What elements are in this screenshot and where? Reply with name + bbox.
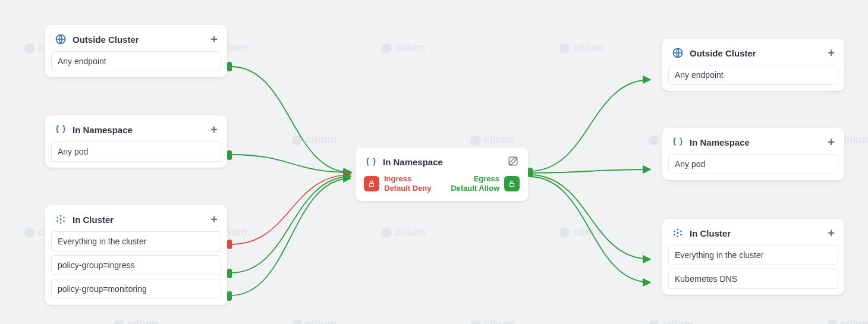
add-button[interactable]: + <box>828 227 835 239</box>
unlock-icon <box>504 176 520 191</box>
card-title: Outside Cluster <box>690 48 822 58</box>
diagram-canvas: ciliumciliumciliumciliumciliumciliumcili… <box>0 0 868 324</box>
list-item[interactable]: Everything in the cluster <box>668 245 838 265</box>
svg-point-18 <box>680 234 682 236</box>
card-left-in-namespace: In Namespace + Any pod <box>45 115 227 168</box>
egress-badge: Egress Default Allow <box>451 174 520 194</box>
add-button[interactable]: + <box>210 33 218 45</box>
svg-point-13 <box>677 229 679 231</box>
card-center-in-namespace: In Namespace Ingress Default Deny <box>356 147 528 201</box>
cluster-icon <box>55 213 67 225</box>
list-item[interactable]: Any pod <box>51 141 221 162</box>
svg-point-14 <box>677 236 679 238</box>
ingress-label: Ingress <box>384 174 431 184</box>
connector-nub <box>227 150 232 160</box>
card-left-in-cluster: In Cluster + Everything in the cluster p… <box>45 205 227 305</box>
svg-point-15 <box>674 231 675 232</box>
svg-rect-10 <box>510 184 514 187</box>
list-item[interactable]: Everything in the cluster <box>51 231 221 251</box>
card-title: Outside Cluster <box>73 34 205 45</box>
add-button[interactable]: + <box>828 47 835 59</box>
svg-point-1 <box>59 218 61 220</box>
braces-icon <box>365 156 377 168</box>
svg-point-5 <box>63 217 65 219</box>
card-title: In Cluster <box>73 215 205 225</box>
svg-point-4 <box>56 217 58 219</box>
card-title: In Namespace <box>383 157 502 167</box>
ingress-sublabel: Default Deny <box>384 184 431 193</box>
add-button[interactable]: + <box>828 136 835 148</box>
connector-nub <box>528 168 533 177</box>
connector-nub <box>227 291 232 301</box>
connector-nub <box>227 269 232 278</box>
list-item[interactable]: policy-group=ingress <box>51 255 221 275</box>
card-right-in-cluster: In Cluster + Everything in the cluster K… <box>662 219 844 295</box>
globe-icon <box>672 47 684 59</box>
svg-point-6 <box>56 221 58 222</box>
braces-icon <box>672 136 684 148</box>
add-button[interactable]: + <box>210 213 218 225</box>
connector-nub <box>227 62 232 71</box>
egress-label: Egress <box>474 174 499 184</box>
svg-point-12 <box>677 232 678 234</box>
list-item[interactable]: policy-group=monitoring <box>51 279 221 299</box>
svg-point-17 <box>674 234 675 236</box>
svg-point-2 <box>60 215 62 217</box>
card-title: In Namespace <box>690 137 822 147</box>
list-item[interactable]: Any pod <box>668 154 838 174</box>
card-title: In Cluster <box>690 228 822 238</box>
edit-icon[interactable] <box>508 156 518 168</box>
lock-icon <box>364 176 379 191</box>
braces-icon <box>55 124 67 136</box>
egress-sublabel: Default Allow <box>451 184 499 193</box>
svg-point-3 <box>60 222 62 224</box>
svg-point-16 <box>680 231 682 232</box>
globe-icon <box>55 33 67 45</box>
card-right-outside-cluster: Outside Cluster + Any endpoint <box>662 39 844 91</box>
cluster-icon <box>672 227 684 239</box>
ingress-badge: Ingress Default Deny <box>364 174 431 194</box>
card-left-outside-cluster: Outside Cluster + Any endpoint <box>45 25 227 77</box>
svg-point-7 <box>63 221 65 222</box>
card-title: In Namespace <box>73 125 205 135</box>
card-right-in-namespace: In Namespace + Any pod <box>662 128 844 180</box>
add-button[interactable]: + <box>210 124 218 136</box>
list-item[interactable]: Kubernetes DNS <box>668 269 838 289</box>
list-item[interactable]: Any endpoint <box>51 51 221 71</box>
svg-rect-9 <box>370 184 374 187</box>
list-item[interactable]: Any endpoint <box>668 65 838 85</box>
connector-nub <box>227 240 232 249</box>
